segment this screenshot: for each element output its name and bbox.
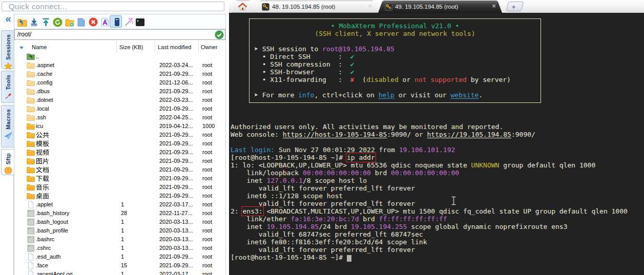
file-row[interactable]: 2021-09-29...root	[14, 139, 225, 148]
terminal-line: valid_lft forever preferred_lft forever	[231, 246, 643, 253]
file-name: .bash_profile	[36, 227, 68, 234]
file-row[interactable]: .face152021-09-29...root	[14, 261, 225, 270]
file-row[interactable]: 2021-09-29...root	[14, 165, 225, 174]
globe-icon	[4, 166, 12, 175]
sidebar-tab-sessions[interactable]: Sessions	[1, 30, 14, 69]
folder-icon	[27, 192, 35, 200]
file-owner: root	[202, 97, 212, 103]
file-row[interactable]: .applet12022-03-17...root	[14, 200, 225, 209]
file-row[interactable]: .local2021-09-29...root	[14, 104, 225, 113]
file-row[interactable]: .bash_logout12020-03-13...root	[14, 218, 225, 226]
cjk-glyph	[43, 158, 49, 164]
session-tab-49[interactable]: 49. 19.105.194.85 (root)×	[378, 1, 502, 13]
file-row[interactable]: .recentAppLog12022-03-17...root	[14, 270, 225, 275]
file-row[interactable]: .ssh2022-04-25...root	[14, 113, 225, 122]
file-name	[36, 132, 49, 138]
home-tab[interactable]	[232, 1, 255, 13]
green-check-icon[interactable]	[215, 30, 224, 39]
file-row[interactable]: 2021-09-29...root	[14, 157, 225, 165]
tab-content: 49. 19.105.194.85 (root)	[378, 1, 502, 13]
folder-up-icon	[27, 53, 35, 60]
key-icon	[262, 3, 269, 11]
terminal-line: valid_lft forever preferred_lft forever	[231, 184, 643, 192]
file-row[interactable]: .config2021-12-06...root	[14, 78, 225, 87]
close-tab-icon[interactable]: ×	[490, 2, 498, 10]
delete-icon[interactable]	[88, 17, 98, 27]
sort-caret-icon	[19, 47, 24, 49]
file-row[interactable]: .aspnet2022-03-24...root	[14, 61, 225, 70]
banner-line: • MobaXterm Professional v21.0 •	[250, 22, 541, 30]
cjk-glyph	[36, 149, 43, 156]
file-row[interactable]: .esd_auth12021-09-29...root	[14, 252, 225, 261]
file-row[interactable]: .bashrc12020-03-13...root	[14, 235, 225, 244]
file-owner: root	[202, 71, 212, 77]
key-icon	[385, 3, 392, 11]
sidebar-collapse-button[interactable]: «	[3, 13, 14, 25]
file-modified: 2021-09-29...	[159, 88, 193, 94]
sidebar-tab-sftp[interactable]: Sftp	[1, 149, 15, 175]
cjk-glyph	[43, 175, 49, 182]
parent-folder-icon[interactable]	[17, 17, 27, 27]
terminal-line: Authorized users only. All activities ma…	[231, 123, 643, 131]
folder-hidden-icon	[27, 105, 35, 113]
file-row[interactable]: 2021-09-29...root	[14, 131, 225, 139]
file-row[interactable]: 2021-09-29...root	[14, 192, 225, 200]
file-row[interactable]: 2021-09-29...root	[14, 148, 225, 157]
file-row[interactable]: .bash_profile12020-03-13...root	[14, 226, 225, 235]
file-owner: root	[202, 271, 212, 275]
new-tab-button[interactable]: +	[506, 2, 524, 11]
encoding-icon[interactable]	[100, 17, 110, 27]
path-input[interactable]	[17, 31, 207, 38]
file-row[interactable]: icu2019-04-12...1000	[14, 122, 225, 131]
wand-icon[interactable]	[123, 17, 133, 27]
file-modified: 2020-03-13...	[159, 219, 193, 225]
file-modified: 2022-04-25...	[159, 114, 193, 120]
terminal-line	[231, 138, 643, 146]
close-tab-icon[interactable]: ×	[366, 2, 374, 10]
file-name	[36, 149, 49, 156]
column-separator	[116, 40, 117, 53]
file-owner: root	[202, 227, 212, 234]
download-icon[interactable]	[29, 17, 39, 27]
file-owner: root	[202, 114, 212, 120]
file-name: .bash_history	[36, 210, 69, 216]
session-tab-48[interactable]: 48. 19.105.194.85 (root)×	[255, 1, 378, 13]
column-header-size[interactable]: Size (KB)	[119, 44, 143, 50]
tab-content	[232, 1, 255, 13]
file-row[interactable]: .dbus2021-09-29...root	[14, 87, 225, 96]
split-view-icon[interactable]	[112, 17, 121, 27]
terminal-line: valid_lft 68747sec preferred_lft 68747se…	[231, 230, 643, 238]
file-owner: root	[202, 132, 212, 138]
terminal-icon[interactable]	[135, 17, 145, 27]
new-file-icon[interactable]	[76, 17, 86, 27]
sidebar-tab-macros[interactable]: Macros	[1, 105, 14, 147]
banner-line: (SSH client, X server and network tools)	[250, 30, 541, 37]
file-row[interactable]: .bash_history282022-11-27...root	[14, 209, 225, 218]
new-folder-icon[interactable]	[65, 17, 74, 27]
quick-connect-input[interactable]	[2, 2, 224, 11]
column-header-owner[interactable]: Owner	[201, 44, 217, 50]
file-row[interactable]: .dotnet2022-03-23...root	[14, 96, 225, 104]
tools-icon	[4, 92, 12, 100]
file-owner: root	[202, 201, 212, 207]
refresh-icon[interactable]	[53, 17, 63, 27]
column-header-name[interactable]: Name	[32, 44, 47, 50]
file-row[interactable]: ..	[14, 52, 225, 61]
column-header-modified[interactable]: Last modified	[158, 44, 191, 50]
file-size: 1	[121, 245, 124, 251]
sidebar-tab-label: Tools	[5, 75, 11, 90]
file-name: .local	[36, 105, 49, 112]
file-row[interactable]: 2021-09-29...root	[14, 174, 225, 183]
file-modified: 2019-04-12...	[159, 123, 193, 129]
file-row[interactable]: .cshrc12020-03-13...root	[14, 244, 225, 252]
terminal[interactable]: • MobaXterm Professional v21.0 •(SSH cli…	[229, 13, 644, 275]
file-name: .face	[36, 262, 48, 268]
cjk-glyph	[43, 132, 49, 138]
file-name: .recentAppLog	[36, 271, 73, 275]
banner-line	[250, 37, 541, 45]
upload-icon[interactable]	[41, 17, 51, 27]
file-row[interactable]: 2021-09-29...root	[14, 183, 225, 192]
file-row[interactable]: .cache2021-09-29...root	[14, 70, 225, 78]
file-modified: 2020-03-13...	[159, 236, 193, 242]
sidebar-tab-tools[interactable]: Tools	[1, 71, 14, 103]
